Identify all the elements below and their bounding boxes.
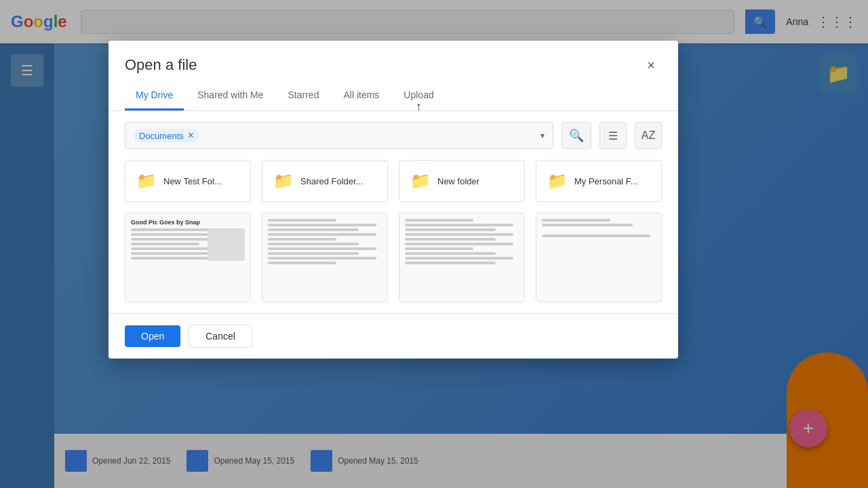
cancel-button[interactable]: Cancel <box>189 325 252 348</box>
preview-image-0 <box>208 228 245 261</box>
file-preview-3 <box>536 214 661 302</box>
folder-item-2[interactable]: 📁 New folder <box>399 160 525 202</box>
filter-tag-documents: Documents × <box>134 129 199 142</box>
folder-name-0: New Test Fol... <box>163 176 222 186</box>
folders-row: 📁 New Test Fol... 📁 Shared Folder... 📁 N… <box>125 160 662 202</box>
folder-name-1: Shared Folder... <box>300 176 363 186</box>
search-icon: 🔍 <box>569 128 584 143</box>
filter-tag-remove[interactable]: × <box>188 130 194 141</box>
open-file-dialog: Open a file × My Drive Shared with Me St… <box>108 41 678 359</box>
file-grid: 📁 New Test Fol... 📁 Shared Folder... 📁 N… <box>108 160 678 313</box>
tab-shared-with-me[interactable]: Shared with Me <box>186 81 274 110</box>
file-preview-0: Good Pic Goes by Snap <box>125 214 250 302</box>
tabs-container: My Drive Shared with Me Starred All item… <box>108 81 678 111</box>
folder-icon-1: 📁 <box>273 171 294 190</box>
file-item-0[interactable]: Good Pic Goes by Snap <box>125 213 251 302</box>
dialog-footer: Open Cancel <box>108 313 678 359</box>
files-row: Good Pic Goes by Snap <box>125 213 662 302</box>
file-preview-1 <box>262 214 387 302</box>
filter-search-button[interactable]: 🔍 <box>561 122 591 149</box>
filter-input[interactable]: Documents × ▾ <box>125 122 553 149</box>
file-preview-2 <box>399 214 524 302</box>
open-button[interactable]: Open <box>125 325 180 347</box>
filter-toolbar: Documents × ▾ 🔍 ☰ AZ <box>108 111 678 160</box>
dialog-title: Open a file <box>125 56 197 74</box>
list-icon: ☰ <box>608 129 618 142</box>
tab-starred[interactable]: Starred <box>277 81 330 110</box>
dialog-header: Open a file × <box>108 41 678 76</box>
filter-dropdown-arrow[interactable]: ▾ <box>540 131 545 140</box>
tab-all-items[interactable]: All items <box>332 81 390 110</box>
folder-icon-0: 📁 <box>136 171 157 190</box>
folder-item-1[interactable]: 📁 Shared Folder... <box>262 160 388 202</box>
file-item-1[interactable] <box>262 213 388 302</box>
folder-icon-2: 📁 <box>410 171 431 190</box>
folder-icon-3: 📁 <box>547 171 568 190</box>
folder-name-2: New folder <box>437 176 479 186</box>
tab-upload[interactable]: Upload ↑ <box>393 81 444 110</box>
folder-name-3: My Personal F... <box>574 176 637 186</box>
tab-my-drive[interactable]: My Drive <box>125 81 184 110</box>
close-button[interactable]: × <box>640 54 662 76</box>
preview-title-0: Good Pic Goes by Snap <box>131 219 245 226</box>
sort-button[interactable]: AZ <box>635 122 662 149</box>
file-item-3[interactable] <box>536 213 662 302</box>
file-item-2[interactable] <box>399 213 525 302</box>
sort-icon: AZ <box>642 129 655 142</box>
folder-item-3[interactable]: 📁 My Personal F... <box>536 160 662 202</box>
list-view-button[interactable]: ☰ <box>599 122 627 149</box>
folder-item-0[interactable]: 📁 New Test Fol... <box>125 160 251 202</box>
